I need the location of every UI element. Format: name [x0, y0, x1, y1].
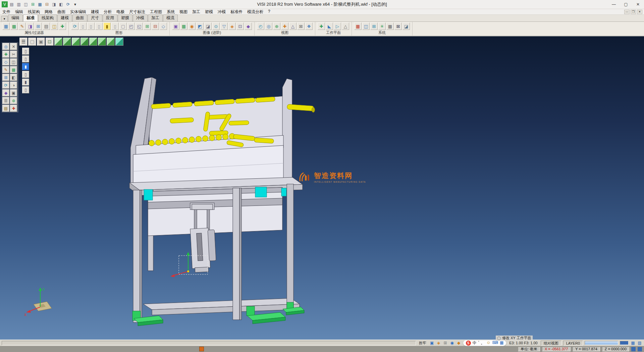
toolbar-icon[interactable]: ◫: [362, 23, 370, 30]
side-tool-icon[interactable]: ▯: [22, 48, 29, 55]
tab[interactable]: 标准: [23, 14, 38, 21]
layer-box[interactable]: LAYER0: [563, 341, 583, 346]
toolbar-icon[interactable]: ✚: [318, 23, 325, 30]
toolbar-icon[interactable]: ◩: [196, 23, 204, 30]
toolbar-icon[interactable]: ▤: [43, 23, 50, 30]
maximize-button[interactable]: ▢: [620, 0, 632, 9]
toolbar-icon[interactable]: ▩: [386, 23, 394, 30]
menu-item[interactable]: 编辑: [13, 9, 25, 15]
toolbar-icon[interactable]: ✚: [281, 23, 288, 30]
toolbar-icon[interactable]: ▣: [172, 23, 179, 30]
menu-item[interactable]: 曲面: [55, 9, 68, 15]
tool-icon[interactable]: ◫: [10, 58, 17, 65]
export-icon[interactable]: ▦: [37, 1, 43, 7]
menu-item[interactable]: 工程图: [148, 9, 164, 15]
undo-icon[interactable]: ◨: [51, 1, 57, 7]
toolbar-icon[interactable]: ⊞: [35, 23, 42, 30]
toolbar-icon[interactable]: ◣: [326, 23, 333, 30]
tool-icon[interactable]: ⊞: [2, 74, 9, 81]
close-button[interactable]: ✕: [632, 0, 644, 9]
menu-item[interactable]: 实体编辑: [68, 9, 89, 15]
visi-logo-icon[interactable]: V: [2, 1, 8, 7]
table-frame[interactable]: [129, 177, 303, 271]
mdi-restore-icon[interactable]: ❐: [631, 10, 636, 14]
toolbar-icon[interactable]: ◴: [257, 23, 264, 30]
tool-icon[interactable]: ✚: [2, 51, 9, 58]
mdi-close-icon[interactable]: ✕: [637, 10, 642, 14]
tab[interactable]: 应用: [103, 14, 117, 21]
toolbar-icon[interactable]: ◆: [245, 23, 252, 30]
toolbar-icon[interactable]: ✎: [18, 23, 26, 30]
tool-icon[interactable]: ◆: [2, 89, 9, 96]
side-tool-icon[interactable]: ▯: [22, 86, 29, 93]
toolbar-icon[interactable]: ◎: [265, 23, 272, 30]
shading-on-icon[interactable]: ▣: [37, 38, 45, 46]
tab[interactable]: 模流: [163, 14, 178, 21]
selection-mode-icon[interactable]: ◆: [456, 340, 462, 346]
toolbar-icon[interactable]: ▯: [87, 23, 95, 30]
tool-icon[interactable]: ▦: [10, 66, 17, 73]
toolbar-icon[interactable]: ⊞: [370, 23, 378, 30]
side-tool-icon[interactable]: ▮: [22, 79, 29, 86]
snap-toggle-icon[interactable]: ◉: [449, 340, 455, 346]
menu-item[interactable]: 线架构: [25, 9, 42, 15]
tab-dropdown-icon[interactable]: ▾: [1, 16, 8, 21]
minimize-button[interactable]: —: [608, 0, 620, 9]
refresh-icon[interactable]: ⟳: [65, 1, 71, 7]
toolbar-icon[interactable]: ▷: [334, 23, 341, 30]
palette-panel-icon[interactable]: ▧: [637, 340, 642, 346]
toolbar-icon[interactable]: ▦: [354, 23, 362, 30]
mdi-minimize-icon[interactable]: —: [624, 10, 630, 14]
toolbar-icon[interactable]: ❖: [305, 23, 313, 30]
toolbar-icon[interactable]: ▽: [220, 23, 228, 30]
toolbar-icon[interactable]: ✚: [59, 23, 66, 30]
redo-icon[interactable]: ◧: [58, 1, 64, 7]
save-icon[interactable]: ◫: [23, 1, 29, 7]
tool-icon[interactable]: ✚: [10, 105, 17, 112]
toolbar-icon[interactable]: ◱: [136, 23, 143, 30]
grid-toggle-icon[interactable]: ⊞: [443, 340, 448, 346]
toolbar-icon[interactable]: ◨: [26, 23, 34, 30]
menu-item[interactable]: 视图: [177, 9, 190, 15]
coord-grid-icon[interactable]: [638, 347, 642, 351]
quickbar-dropdown-icon[interactable]: ▾: [72, 1, 78, 7]
tool-icon[interactable]: ▤: [2, 105, 9, 112]
tool-icon[interactable]: ✕: [10, 43, 17, 50]
tab[interactable]: 塑膜: [118, 14, 132, 21]
lock-label[interactable]: 拴牢: [418, 341, 428, 346]
tool-icon[interactable]: ◑: [10, 82, 17, 89]
menu-item[interactable]: ?: [266, 9, 273, 15]
toolbar-icon[interactable]: ◫: [51, 23, 58, 30]
right-view-icon[interactable]: [98, 38, 106, 46]
menu-item[interactable]: 冲模: [215, 9, 228, 15]
tool-icon[interactable]: ⊕: [10, 97, 17, 104]
ime-toolbar[interactable]: S 中’。☺⌨▦: [463, 340, 506, 346]
toolbar-icon[interactable]: ⊕: [273, 23, 280, 30]
shading-off-icon[interactable]: ▢: [28, 38, 36, 46]
toolbar-icon[interactable]: ◪: [204, 23, 212, 30]
toolbar-icon[interactable]: ◈: [228, 23, 236, 30]
open-file-icon[interactable]: ▥: [16, 1, 22, 7]
side-tool-icon[interactable]: ▮: [22, 63, 29, 70]
bottom-view-icon[interactable]: [107, 38, 115, 46]
toolbar-icon[interactable]: ⊟: [152, 23, 159, 30]
print-icon[interactable]: ⊟: [44, 1, 50, 7]
toolbar-icon[interactable]: ✳: [378, 23, 386, 30]
menu-item[interactable]: 网格: [42, 9, 55, 15]
side-tool-icon[interactable]: ▯: [22, 55, 29, 62]
tool-icon[interactable]: ☰: [2, 97, 9, 104]
ime-emoji-icon[interactable]: ☺: [486, 340, 490, 346]
tab[interactable]: 建模: [57, 14, 72, 21]
menu-item[interactable]: 加工: [190, 9, 203, 15]
display-settings-icon[interactable]: ▣: [429, 340, 435, 346]
bottom-shelf[interactable]: [143, 298, 300, 315]
tool-icon[interactable]: ◇: [2, 58, 9, 65]
toolbar-icon[interactable]: ⊞: [144, 23, 151, 30]
toolbar-icon[interactable]: △: [342, 23, 349, 30]
tool-icon[interactable]: ▣: [10, 89, 17, 96]
dynamic-view-icon[interactable]: [115, 38, 123, 46]
tool-icon[interactable]: ✎: [2, 66, 9, 73]
toolbar-icon[interactable]: ⊙: [212, 23, 220, 30]
toolbar-icon[interactable]: ▦: [2, 23, 10, 30]
tool-icon[interactable]: ⟳: [2, 82, 9, 89]
